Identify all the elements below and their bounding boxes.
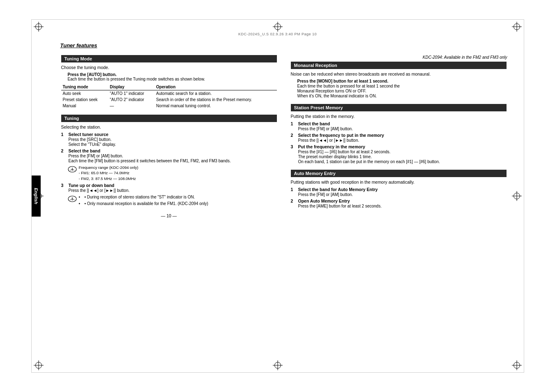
monaural-header: Monaural Reception	[291, 62, 507, 69]
crop-mark-bl	[34, 360, 44, 370]
station-preset-intro: Putting the station in the memory.	[291, 114, 507, 119]
left-column: Tuning Mode Choose the tuning mode. Pres…	[60, 55, 278, 218]
note-icon-stereo	[68, 194, 77, 203]
tuning-step-2: 2 Select the band Press the [FM] or [AM]…	[61, 148, 277, 163]
auto-step-num-2: 2	[291, 198, 297, 208]
table-cell: "AUTO 2" indicator	[108, 97, 154, 103]
step-desc-1b: Select the "TUnE" display.	[69, 142, 116, 147]
step-num-3: 3	[61, 183, 67, 193]
monaural-step: Press the [MONO] button for at least 1 s…	[297, 79, 507, 98]
table-cell: "AUTO 1" indicator	[108, 90, 154, 97]
page-number: — 10 —	[60, 213, 278, 218]
crop-mark-tr	[512, 22, 522, 32]
table-header-display: Display	[108, 84, 154, 90]
table-header-operation: Operation	[154, 84, 276, 90]
table-cell: Automatic search for a station.	[154, 90, 276, 97]
bullet-item-st: • • During reception of stereo stations …	[79, 194, 208, 200]
auto-step-content-2: Open Auto Memory Entry Press the [AME] b…	[298, 198, 382, 208]
table-cell: Manual	[61, 103, 108, 109]
preset-step-title-3: Put the frequency in the memory	[298, 144, 365, 149]
step-title-2: Select the band	[69, 148, 101, 153]
tuning-step-3: 3 Tune up or down band Press the [|◄◄] o…	[61, 183, 277, 193]
side-tab-english: English	[32, 175, 41, 217]
crop-mark-tl	[34, 22, 44, 32]
tuning-step-1: 1 Select tuner source Press the [SRC] bu…	[61, 132, 277, 147]
monaural-step-title: Press the [MONO] button for at least 1 s…	[297, 79, 389, 83]
preset-step-content-1: Select the band Press the [FM] or [AM] b…	[298, 121, 353, 131]
table-row: Manual — Normal manual tuning control.	[61, 103, 277, 109]
auto-step-num-1: 1	[291, 187, 297, 197]
step-num-1: 1	[61, 132, 67, 147]
crop-mark-br	[512, 360, 522, 370]
page-container: English KDC-2024S_U.S 02.9.26 3:40 PM Pa…	[0, 0, 555, 392]
preset-step-title-1: Select the band	[298, 121, 330, 126]
table-cell: Search in order of the stations in the P…	[154, 97, 276, 103]
preset-step-content-3: Put the frequency in the memory Press th…	[298, 144, 440, 164]
note-text-stereo: • • During reception of stereo stations …	[79, 194, 208, 208]
monaural-desc-1: Monaural Reception turns ON or OFF.	[297, 89, 507, 93]
preset-step-content-2: Select the frequency to put in the memor…	[298, 133, 384, 143]
tuning-mode-intro: Choose the tuning mode.	[61, 65, 277, 70]
step-desc-2b: Each time the [FM] button is pressed it …	[69, 159, 231, 163]
preset-step-2: 2 Select the frequency to put in the mem…	[291, 133, 507, 143]
auto-memory-intro: Putting stations with good reception in …	[291, 180, 507, 184]
auto-memory-header: Auto Memory Entry	[291, 170, 507, 177]
table-row: Auto seek "AUTO 1" indicator Automatic s…	[61, 90, 277, 97]
crop-mark-mr	[512, 191, 522, 201]
auto-step-content-1: Select the band for Auto Memory Entry Pr…	[298, 187, 378, 197]
note-block-stereo: • • During reception of stereo stations …	[68, 194, 277, 208]
step-content-3: Tune up or down band Press the [|◄◄] or …	[69, 183, 130, 193]
tuning-mode-step-title: Press the [AUTO] button.	[68, 72, 117, 77]
step-num-2: 2	[61, 148, 67, 163]
auto-memory-section: Auto Memory Entry Putting stations with …	[290, 170, 507, 208]
monaural-desc-0: Each time the button is pressed for at l…	[297, 84, 507, 88]
step-title-1: Select tuner source	[69, 132, 108, 137]
step-desc-1a: Press the [SRC] button.	[69, 137, 116, 142]
table-cell: Auto seek	[61, 90, 108, 97]
preset-step-3: 3 Put the frequency in the memory Press …	[291, 144, 507, 164]
auto-memory-step-1: 1 Select the band for Auto Memory Entry …	[291, 187, 507, 197]
preset-step-num-1: 1	[291, 121, 297, 131]
auto-step-title-1: Select the band for Auto Memory Entry	[298, 187, 378, 192]
monaural-intro: Noise can be reduced when stereo broadca…	[291, 71, 507, 76]
kdc-note: KDC-2094: Available in the FM2 and FM3 o…	[290, 55, 507, 60]
page-title: Tuner features	[60, 42, 507, 48]
tuning-mode-step-desc: Each time the button is pressed the Tuni…	[68, 77, 205, 81]
tuning-header: Tuning	[61, 115, 277, 122]
preset-step-1: 1 Select the band Press the [FM] or [AM]…	[291, 121, 507, 131]
note-block-freq: Frequency range (KDC-2094 only) - FM1: 6…	[68, 165, 277, 181]
crop-mark-bc	[273, 360, 283, 370]
station-preset-section: Station Preset Memory Putting the statio…	[290, 104, 507, 164]
monaural-desc-2: When it's ON, the Monaural indicator is …	[297, 94, 507, 98]
preset-step-title-2: Select the frequency to put in the memor…	[298, 133, 384, 138]
crop-mark-tc	[273, 22, 283, 32]
preset-step-num-2: 2	[291, 133, 297, 143]
preset-step-desc-2a: Press the [|◄◄] or [►►|] button.	[298, 138, 384, 143]
table-cell: Preset station seek	[61, 97, 108, 103]
monaural-section: Monaural Reception Noise can be reduced …	[290, 62, 507, 98]
step-content-2: Select the band Press the [FM] or [AM] b…	[69, 148, 231, 163]
table-cell: Normal manual tuning control.	[154, 103, 276, 109]
note-icon-freq	[68, 165, 77, 174]
auto-step-desc-2a: Press the [AME] button for at least 2 se…	[298, 204, 382, 208]
note-text-freq: Frequency range (KDC-2094 only) - FM1: 6…	[79, 165, 138, 181]
auto-memory-step-2: 2 Open Auto Memory Entry Press the [AME]…	[291, 198, 507, 208]
preset-step-desc-3a: Press the [#1] — [#6] button for at leas…	[298, 150, 440, 154]
bullet-item-mono: • • Only monaural reception is available…	[79, 201, 208, 207]
preset-step-desc-3b: The preset number display blinks 1 time.	[298, 154, 440, 159]
step-desc-2a: Press the [FM] or [AM] button.	[69, 154, 231, 158]
table-row: Preset station seek "AUTO 2" indicator S…	[61, 97, 277, 103]
table-header-mode: Tuning mode	[61, 84, 108, 90]
tuning-section: Tuning Selecting the station. 1 Select t…	[60, 115, 278, 208]
station-preset-header: Station Preset Memory	[291, 104, 507, 111]
tuning-mode-section: Tuning Mode Choose the tuning mode. Pres…	[60, 55, 278, 109]
preset-step-desc-1a: Press the [FM] or [AM] button.	[298, 127, 353, 131]
page-inner: English KDC-2024S_U.S 02.9.26 3:40 PM Pa…	[31, 19, 524, 373]
two-column-layout: Tuning Mode Choose the tuning mode. Pres…	[60, 55, 507, 218]
tuning-mode-table: Tuning mode Display Operation Auto seek …	[61, 84, 277, 109]
step-content-1: Select tuner source Press the [SRC] butt…	[69, 132, 116, 147]
table-cell: —	[108, 103, 154, 109]
auto-step-title-2: Open Auto Memory Entry	[298, 198, 350, 203]
step-desc-3a: Press the [|◄◄] or [►►|] button.	[69, 188, 130, 193]
meta-line: KDC-2024S_U.S 02.9.26 3:40 PM Page 10	[48, 32, 507, 36]
